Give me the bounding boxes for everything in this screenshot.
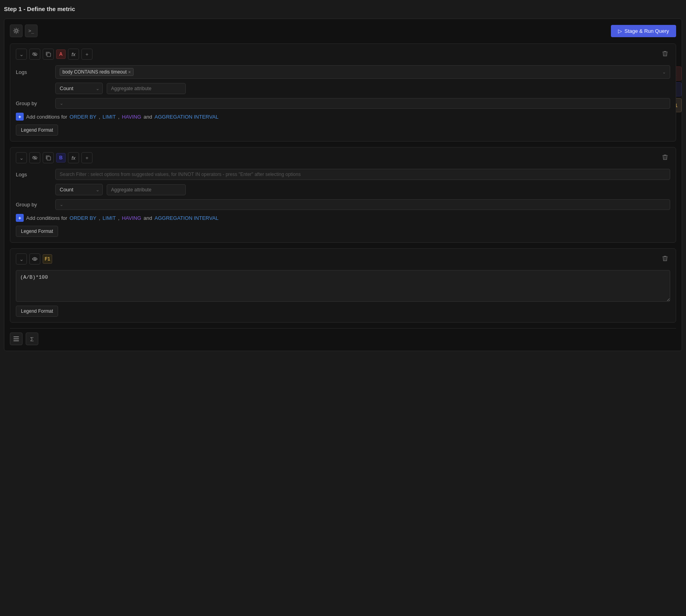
sigma-icon: Σ: [30, 336, 34, 342]
page-title: Step 1 - Define the metric: [4, 4, 682, 14]
visibility-toggle-a[interactable]: [29, 49, 40, 60]
group-by-label-b: Group by: [16, 202, 51, 208]
block-header-f1: ⌄ F1: [16, 253, 670, 265]
query-block-b: ⌄ B fx +: [10, 147, 676, 243]
visibility-toggle-b[interactable]: [29, 152, 40, 163]
group-by-row-a: Group by ⌄: [16, 98, 670, 109]
collapse-button-a[interactable]: ⌄: [16, 49, 27, 60]
logs-row-b: Logs Search Filter : select options from…: [16, 169, 670, 180]
stage-run-button[interactable]: ▷ Stage & Run Query: [611, 25, 676, 37]
fx-button-b[interactable]: fx: [68, 152, 79, 163]
terminal-icon-button[interactable]: >_: [25, 25, 38, 37]
fx-icon-a: fx: [72, 51, 75, 57]
group-by-input-b[interactable]: ⌄: [55, 199, 670, 210]
svg-rect-6: [47, 157, 51, 160]
count-row-b: Count Sum Avg Min Max: [16, 184, 670, 195]
and-text-a: and: [143, 114, 152, 120]
filter-placeholder-b: Search Filter : select options from sugg…: [60, 172, 666, 177]
add-query-button[interactable]: [10, 333, 23, 345]
legend-format-btn-f1[interactable]: Legend Format: [16, 306, 58, 317]
group-by-chevron-a: ⌄: [60, 101, 63, 106]
group-by-label-a: Group by: [16, 100, 51, 106]
svg-rect-9: [13, 338, 19, 339]
svg-rect-8: [13, 336, 19, 337]
count-select-a[interactable]: Count Sum Avg Min Max: [55, 83, 103, 94]
block-label-f1: F1: [43, 254, 52, 264]
formula-row: (A/B)*100: [16, 270, 670, 302]
main-container: >_ ▷ Stage & Run Query A B F1 ⌄: [4, 19, 682, 351]
delete-button-f1[interactable]: [660, 255, 670, 263]
limit-link-a[interactable]: LIMIT: [103, 114, 116, 120]
formula-textarea[interactable]: (A/B)*100: [16, 270, 670, 302]
logs-label-a: Logs: [16, 69, 51, 75]
query-block-f1: ⌄ F1 (A/B)*100 Legend Format: [10, 248, 676, 323]
visibility-toggle-f1[interactable]: [29, 253, 40, 265]
filter-tag-text-a: body CONTAINS redis timeout: [62, 69, 127, 75]
group-by-input-a[interactable]: ⌄: [55, 98, 670, 109]
stage-run-label: Stage & Run Query: [624, 28, 669, 34]
delete-button-a[interactable]: [660, 50, 670, 59]
logs-row-a: Logs body CONTAINS redis timeout × ⌄: [16, 65, 670, 79]
count-select-wrapper-b: Count Sum Avg Min Max: [55, 184, 103, 195]
filter-chevron-a: ⌄: [662, 70, 666, 75]
svg-rect-3: [47, 53, 51, 57]
filter-input-b[interactable]: Search Filter : select options from sugg…: [55, 169, 670, 180]
add-button-a[interactable]: +: [81, 49, 92, 60]
filter-input-a[interactable]: body CONTAINS redis timeout × ⌄: [55, 65, 670, 79]
legend-format-btn-a[interactable]: Legend Format: [16, 125, 58, 136]
collapse-button-b[interactable]: ⌄: [16, 152, 27, 163]
block-header-b: ⌄ B fx +: [16, 152, 670, 163]
count-select-wrapper-a: Count Sum Avg Min Max: [55, 83, 103, 94]
aggregation-interval-link-a[interactable]: AGGREGATION INTERVAL: [155, 114, 219, 120]
bottom-toolbar: Σ: [10, 328, 676, 345]
limit-link-b[interactable]: LIMIT: [103, 215, 116, 221]
svg-rect-10: [13, 340, 19, 341]
collapse-button-f1[interactable]: ⌄: [16, 253, 27, 265]
svg-point-0: [15, 30, 17, 32]
fx-icon-b: fx: [72, 155, 75, 161]
group-by-chevron-b: ⌄: [60, 202, 63, 207]
add-conditions-icon-a[interactable]: +: [16, 113, 24, 121]
count-row-a: Count Sum Avg Min Max: [16, 83, 670, 94]
plus-icon-b: +: [85, 155, 89, 161]
top-toolbar: >_ ▷ Stage & Run Query: [10, 25, 676, 37]
block-header-a: ⌄ A fx +: [16, 49, 670, 60]
order-by-link-a[interactable]: ORDER BY: [70, 114, 96, 120]
filter-tag-close-a[interactable]: ×: [128, 70, 131, 74]
add-conditions-text-a: Add conditions for: [26, 114, 67, 120]
aggregate-input-a[interactable]: [107, 83, 186, 94]
plus-icon-a: +: [85, 51, 89, 57]
legend-format-btn-b[interactable]: Legend Format: [16, 226, 58, 237]
play-icon: ▷: [618, 28, 622, 34]
delete-button-b[interactable]: [660, 153, 670, 162]
having-link-a[interactable]: HAVING: [122, 114, 141, 120]
and-text-b: and: [143, 215, 152, 221]
having-link-b[interactable]: HAVING: [122, 215, 141, 221]
logs-label-b: Logs: [16, 172, 51, 178]
add-conditions-icon-b[interactable]: +: [16, 214, 24, 222]
add-conditions-text-b: Add conditions for: [26, 215, 67, 221]
sigma-button[interactable]: Σ: [26, 333, 38, 345]
query-block-a: ⌄ A fx +: [10, 43, 676, 142]
order-by-link-b[interactable]: ORDER BY: [70, 215, 96, 221]
add-conditions-row-a: + Add conditions for ORDER BY, LIMIT, HA…: [16, 113, 670, 121]
group-by-row-b: Group by ⌄: [16, 199, 670, 210]
add-conditions-row-b: + Add conditions for ORDER BY, LIMIT, HA…: [16, 214, 670, 222]
settings-icon-button[interactable]: [10, 25, 23, 37]
count-select-b[interactable]: Count Sum Avg Min Max: [55, 184, 103, 195]
block-label-b: B: [56, 153, 66, 163]
copy-button-b[interactable]: [43, 152, 54, 163]
filter-tag-a: body CONTAINS redis timeout ×: [60, 68, 134, 76]
copy-button-a[interactable]: [43, 49, 54, 60]
fx-button-a[interactable]: fx: [68, 49, 79, 60]
terminal-icon: >_: [28, 28, 34, 34]
aggregate-input-b[interactable]: [107, 184, 186, 195]
block-label-a: A: [56, 49, 66, 59]
aggregation-interval-link-b[interactable]: AGGREGATION INTERVAL: [155, 215, 219, 221]
add-button-b[interactable]: +: [81, 152, 92, 163]
toolbar-left: >_: [10, 25, 38, 37]
svg-point-7: [34, 258, 36, 260]
